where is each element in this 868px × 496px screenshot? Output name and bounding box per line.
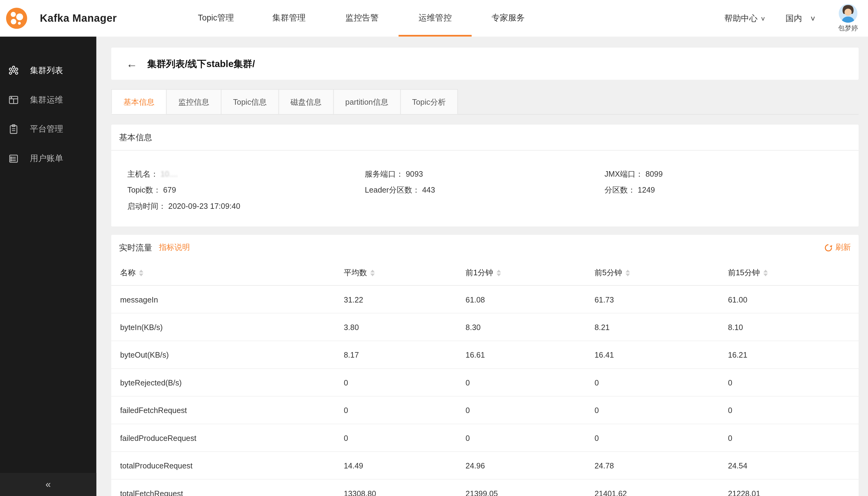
chevron-down-icon: ∨ [810,14,816,22]
refresh-button[interactable]: 刷新 [824,243,851,252]
sidebar: 集群列表 集群运维 [0,36,96,496]
top-nav: Topic管理 集群管理 监控告警 运维管控 专家服务 [179,0,545,36]
user-billing-icon [7,153,19,164]
tab-monitor-info[interactable]: 监控信息 [166,89,222,114]
column-header-last-5min[interactable]: 前5分钟 [595,268,728,278]
basic-info-card: 基本信息 主机名：10.... 服务端口：9093 JMX端口：8099 Top… [111,125,859,227]
basic-info-header: 基本信息 [111,125,859,151]
tab-disk-info[interactable]: 磁盘信息 [278,89,334,114]
help-center-label: 帮助中心 [724,13,758,24]
sidebar-item-label: 平台管理 [30,124,63,135]
app-logo-icon[interactable] [5,7,28,29]
sidebar-item-platform-admin[interactable]: 平台管理 [0,114,96,144]
realtime-traffic-card: 实时流量 指标说明 刷新 名称 [111,235,859,496]
table-header-row: 名称 平均数 前1分钟 前5分钟 [111,260,859,286]
user-menu[interactable]: 包梦婷 [838,4,858,33]
tab-partition-info[interactable]: partition信息 [333,89,400,114]
sort-icon [625,269,630,276]
avatar [839,4,857,22]
sidebar-item-label: 集群列表 [30,65,63,76]
top-header: Kafka Manager Topic管理 集群管理 监控告警 运维管控 专家服… [0,0,868,36]
table-row: byteRejected(B/s)0000 [111,369,859,397]
realtime-header: 实时流量 指标说明 刷新 [111,235,859,260]
field-service-port: 服务端口：9093 [365,169,604,180]
app-root: Kafka Manager Topic管理 集群管理 监控告警 运维管控 专家服… [0,0,868,496]
realtime-title: 实时流量 [119,242,153,252]
basic-info-title: 基本信息 [119,132,153,142]
tab-basic-info[interactable]: 基本信息 [111,89,167,114]
app-title: Kafka Manager [40,12,117,25]
refresh-label: 刷新 [835,243,851,252]
nav-cluster-manage[interactable]: 集群管理 [253,0,326,36]
column-header-name[interactable]: 名称 [111,268,344,278]
nav-ops-control[interactable]: 运维管控 [398,0,472,36]
sort-icon [139,269,143,276]
help-center-menu[interactable]: 帮助中心 ∨ [724,13,766,24]
cluster-list-icon [7,65,19,76]
header-right: 帮助中心 ∨ 国内 ∨ 包梦婷 [724,0,858,36]
breadcrumb-card: ← 集群列表/线下stable集群/ [111,48,859,80]
table-row: byteOut(KB/s)8.1716.6116.4116.21 [111,341,859,369]
user-name: 包梦婷 [838,24,858,33]
field-partition-count: 分区数：1249 [604,185,858,195]
table-row: failedFetchRequest0000 [111,397,859,424]
refresh-icon [824,244,833,252]
sort-icon [763,269,767,276]
column-header-avg[interactable]: 平均数 [344,268,465,278]
back-button[interactable]: ← [126,58,137,69]
sidebar-item-cluster-list[interactable]: 集群列表 [0,56,96,86]
field-hostname: 主机名：10.... [127,169,365,180]
detail-tabs: 基本信息 监控信息 Topic信息 磁盘信息 partition信息 Topic… [111,89,859,114]
field-jmx-port: JMX端口：8099 [604,169,858,180]
metric-description-link[interactable]: 指标说明 [159,243,190,252]
nav-monitor-alert[interactable]: 监控告警 [325,0,398,36]
nav-topic-manage[interactable]: Topic管理 [179,0,253,36]
column-header-last-15min[interactable]: 前15分钟 [728,268,858,278]
region-label: 国内 [786,13,802,24]
sidebar-collapse-button[interactable]: « [0,473,96,496]
nav-expert-service[interactable]: 专家服务 [472,0,545,36]
breadcrumb: 集群列表/线下stable集群/ [147,57,255,70]
field-topic-count: Topic数：679 [127,185,365,195]
table-row: messageIn31.2261.0861.7361.00 [111,286,859,313]
sort-icon [496,269,501,276]
chevron-down-icon: ∨ [760,15,766,22]
basic-info-grid: 主机名：10.... 服务端口：9093 JMX端口：8099 Topic数：6… [111,151,859,227]
main-content: ← 集群列表/线下stable集群/ 基本信息 监控信息 Topic信息 磁盘信… [96,36,868,496]
sidebar-item-cluster-ops[interactable]: 集群运维 [0,86,96,115]
field-leader-partition-count: Leader分区数：443 [365,185,604,195]
sort-icon [370,269,375,276]
column-header-last-1min[interactable]: 前1分钟 [465,268,594,278]
sidebar-item-label: 用户账单 [30,153,63,164]
table-row: totalProduceRequest14.4924.9624.7824.54 [111,452,859,479]
collapse-icon: « [46,479,51,490]
table-row: totalFetchRequest13308.8021399.0521401.6… [111,479,859,496]
sidebar-item-label: 集群运维 [30,95,63,105]
field-start-time: 启动时间：2020-09-23 17:09:40 [127,201,365,211]
tab-topic-info[interactable]: Topic信息 [221,89,279,114]
sidebar-item-user-billing[interactable]: 用户账单 [0,144,96,173]
platform-admin-icon [7,124,19,135]
cluster-ops-icon [7,94,19,105]
tab-topic-analysis[interactable]: Topic分析 [400,89,458,114]
table-row: byteIn(KB/s)3.808.308.218.10 [111,313,859,341]
region-selector[interactable]: 国内 ∨ [786,13,816,24]
table-row: failedProduceRequest0000 [111,424,859,452]
